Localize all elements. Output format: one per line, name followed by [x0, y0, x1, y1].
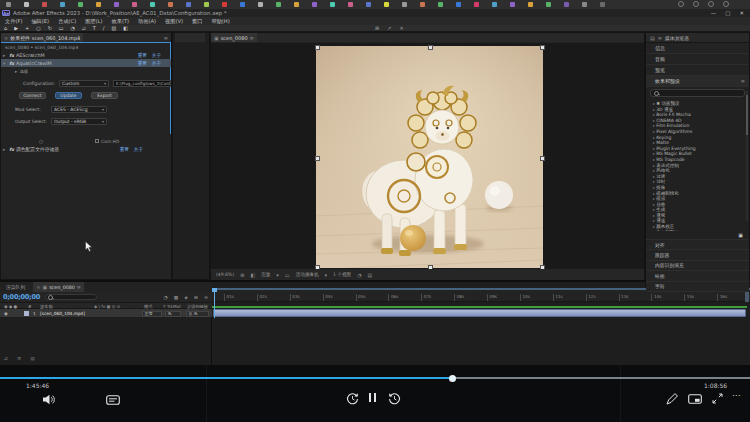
close-button[interactable]: ✕ [739, 10, 744, 16]
bookmark-icon[interactable] [42, 2, 47, 7]
right-panel-header[interactable]: ▤ ≡ 媒体浏览器 [646, 33, 749, 43]
tool-icon[interactable]: ▨ [112, 25, 117, 31]
blend-mode-dropdown[interactable]: 正常 [142, 311, 162, 317]
toolbar-right-icon[interactable]: ✕ [399, 25, 403, 31]
composition-image[interactable] [316, 46, 543, 268]
menu-item[interactable]: 窗口 [192, 18, 202, 25]
timeline-toggle-icon[interactable]: ≡ [204, 295, 208, 300]
panel-menu-icon[interactable]: ≡ [77, 284, 81, 290]
bookmark-icon[interactable] [294, 2, 299, 7]
panel-menu-icon[interactable]: ≡ [164, 35, 171, 41]
selection-handle[interactable] [315, 156, 320, 161]
expand-arrow-icon[interactable]: ▸ [3, 147, 5, 152]
effects-presets-header[interactable]: 效果和预设 ≡ [646, 76, 749, 87]
label-color-swatch[interactable] [24, 311, 29, 316]
volume-icon[interactable] [42, 394, 55, 405]
bookmark-icon[interactable] [564, 2, 569, 7]
expand-arrow-icon[interactable]: ▸ [3, 53, 5, 58]
bookmark-icon[interactable] [240, 2, 245, 7]
camera-view-dropdown[interactable]: 活动摄像机 [296, 272, 319, 277]
menu-item[interactable]: 合成(C) [58, 18, 76, 25]
bookmark-icon[interactable] [312, 2, 317, 7]
collapsed-panel-tab[interactable]: 内容识别填充 [646, 261, 749, 271]
fullscreen-icon[interactable] [712, 393, 723, 404]
checkbox-icon[interactable] [95, 139, 99, 143]
bookmark-icon[interactable] [600, 2, 605, 7]
pixel-aspect-icon[interactable]: ◔ [357, 272, 361, 278]
tool-icon[interactable]: ▱ [82, 25, 86, 31]
toolbar-right-icon[interactable]: ↗ [387, 25, 391, 31]
new-folder-icon[interactable]: ▣ [738, 232, 743, 238]
trkmat-dropdown[interactable]: 无 [165, 311, 181, 317]
bookmark-icon[interactable] [150, 2, 155, 7]
update-button[interactable]: Update [55, 92, 82, 99]
bookmark-icon[interactable] [258, 2, 263, 7]
connect-button[interactable]: Connect [19, 92, 46, 99]
effects-search-input[interactable] [650, 89, 745, 97]
tab-render-queue[interactable]: 渲染队列 [6, 284, 25, 290]
layer-duration-bar[interactable] [213, 309, 746, 317]
selection-handle[interactable] [428, 45, 433, 50]
menu-item[interactable]: 视图(V) [165, 18, 183, 25]
bookmark-icon[interactable] [528, 2, 533, 7]
bookmark-icon[interactable] [186, 2, 191, 7]
timeline-toggle-icon[interactable]: ◈ [184, 295, 188, 300]
collapsed-panel-tab[interactable]: 对齐 [646, 240, 749, 250]
bookmark-icon[interactable] [330, 2, 335, 7]
reset-link[interactable]: 重置 [138, 61, 147, 66]
tool-icon[interactable]: ▶ [14, 25, 18, 31]
empty-panel-tab[interactable] [175, 33, 205, 42]
bookmark-icon[interactable] [546, 2, 551, 7]
effect-row[interactable]: ▸ fx AEScratchM 重置 关于 [1, 51, 171, 59]
tool-icon[interactable]: ◔ [71, 25, 75, 31]
bookmark-icon[interactable] [510, 2, 515, 7]
output-select-dropdown[interactable]: Output - sRGB▾ [51, 118, 107, 125]
stopwatch-icon[interactable]: ○ [39, 139, 43, 144]
tab-close-icon[interactable]: × [36, 284, 40, 290]
collapsed-panel-tab[interactable]: 跟踪器 [646, 250, 749, 260]
tab-close-icon[interactable]: × [4, 35, 8, 41]
eye-icon[interactable]: ◉ [4, 311, 8, 316]
bookmark-icon[interactable] [222, 2, 227, 7]
bookmark-icon[interactable] [402, 2, 407, 7]
tab-composition[interactable]: ▣ scen_0080 ≡ [211, 33, 257, 42]
collapsed-panel-tab[interactable]: 字符 [646, 282, 749, 292]
tool-icon[interactable]: / [103, 25, 105, 31]
bookmark-icon[interactable] [204, 2, 209, 7]
config-path-field[interactable]: E:\Plug_configs\ws_1\Configura [113, 80, 171, 87]
export-button[interactable]: Export [91, 92, 118, 99]
bookmark-icon[interactable] [366, 2, 371, 7]
view-layout-dropdown[interactable]: 1 个视图 [333, 272, 351, 277]
minimize-button[interactable]: — [711, 10, 717, 16]
effect-options-row[interactable]: ▸选项 [1, 67, 183, 75]
effect-name[interactable]: AquaticCrawlM [16, 61, 52, 66]
tab-timeline-comp[interactable]: × ▣ scen_0080 ≡ [33, 282, 84, 292]
selection-handle[interactable] [540, 156, 545, 161]
menu-item[interactable]: 编辑(E) [31, 18, 49, 25]
bookmark-icon[interactable] [420, 2, 425, 7]
about-link[interactable]: 关于 [134, 147, 143, 152]
edit-pencil-icon[interactable] [666, 393, 678, 405]
scrollbar-thumb[interactable] [746, 95, 748, 135]
bookmark-icon[interactable] [456, 2, 461, 7]
bookmark-icon[interactable] [492, 2, 497, 7]
layer-row[interactable]: ◉ 1 [scen_060_104.mp4] 正常 无 ◎ 无 [0, 309, 212, 317]
bookmark-icon[interactable] [78, 2, 83, 7]
collapsed-panel-tab[interactable]: 信息 [646, 43, 749, 54]
effect-name[interactable]: AEScratchM [16, 53, 45, 58]
bookmark-ring-icon[interactable] [708, 1, 714, 7]
bookmark-icon[interactable] [438, 2, 443, 7]
storage-effect-row[interactable]: ▸ fx 调色配置文件存储器 重置 关于 [1, 145, 171, 153]
resolution-dropdown[interactable]: 完整 [261, 272, 270, 277]
expand-arrow-icon[interactable]: ▾ [3, 61, 5, 66]
bookmark-icon[interactable] [114, 2, 119, 7]
bookmark-ring-icon[interactable] [723, 1, 729, 7]
playhead[interactable] [214, 288, 215, 318]
progress-thumb[interactable] [449, 375, 456, 382]
more-options-icon[interactable]: ⋯ [732, 391, 741, 400]
selection-handle[interactable] [540, 45, 545, 50]
parent-link-dropdown[interactable]: ◎ 无 [186, 311, 209, 317]
forward-button-icon[interactable] [388, 392, 401, 405]
menu-item[interactable]: 图层(L) [85, 18, 102, 25]
timeline-footer-toggles[interactable]: ⇄ ⊞ ▤ [4, 356, 39, 361]
